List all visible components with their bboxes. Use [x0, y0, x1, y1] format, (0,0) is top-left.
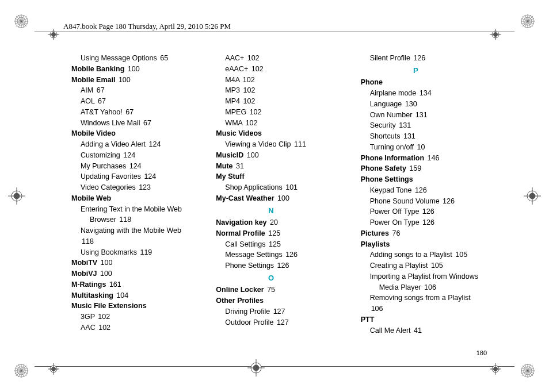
index-entry: Navigation key 20	[202, 217, 340, 228]
index-page-ref: 67	[97, 86, 105, 94]
index-entry: Updating Favorites 124	[58, 171, 195, 182]
index-entry: My Stuff	[202, 171, 340, 182]
index-entry: Using Bookmarks 119	[58, 247, 195, 258]
index-entry: Adding a Video Alert 124	[58, 139, 195, 150]
index-term: My Stuff	[216, 172, 244, 180]
index-term: Navigation key	[216, 218, 266, 226]
index-page-ref: 105	[455, 251, 467, 259]
index-page-ref: 67	[143, 119, 151, 127]
index-page-ref: 75	[267, 286, 275, 294]
index-entry: MP3 102	[202, 85, 340, 96]
index-entry: Phone Information 146	[347, 153, 485, 164]
index-term: Browser	[90, 216, 116, 224]
index-term: Importing a Playlist from Windows	[370, 272, 478, 280]
index-entry: Multitasking 104	[58, 290, 195, 301]
index-page-ref: 67	[98, 97, 106, 105]
index-entry: Media Player 106	[347, 282, 485, 293]
index-entry: Call Me Alert 41	[347, 325, 485, 336]
index-entry: Adding songs to a Playlist 105	[347, 249, 485, 260]
index-term: Creating a Playlist	[370, 262, 428, 270]
index-page-ref: 123	[139, 183, 151, 191]
index-entry: Mobile Video	[58, 128, 195, 139]
index-entry: Mute 31	[202, 161, 340, 172]
index-entry: Mobile Email 100	[58, 75, 195, 86]
index-page-ref: 119	[140, 248, 152, 256]
index-term: Using Bookmarks	[81, 248, 137, 256]
index-term: MobiTV	[71, 259, 97, 267]
index-term: Power Off Type	[370, 207, 420, 216]
index-entry: Video Categories 123	[58, 182, 195, 193]
index-page-ref: 31	[236, 162, 244, 170]
index-entry: Airplane mode 134	[347, 88, 485, 99]
index-entry: AAC 102	[58, 322, 195, 333]
index-term: Mobile Web	[71, 194, 111, 202]
index-entry: Phone Settings	[347, 174, 485, 185]
index-entry: Shop Applications 101	[202, 182, 340, 193]
index-entry: Windows Live Mail 67	[58, 118, 195, 129]
section-letter: O	[202, 271, 340, 285]
index-entry: AAC+ 102	[202, 53, 340, 64]
page-header: A847.book Page 180 Thursday, April 29, 2…	[63, 22, 231, 31]
index-page-ref: 131	[415, 111, 428, 119]
index-term: Multitasking	[71, 291, 113, 299]
index-term: Viewing a Video Clip	[225, 140, 291, 148]
index-page-ref: 20	[270, 218, 278, 226]
index-term: Using Message Options	[81, 54, 157, 62]
index-page-ref: 126	[422, 218, 434, 226]
index-page-ref: 124	[144, 172, 156, 180]
index-entry: Creating a Playlist 105	[347, 260, 485, 271]
index-term: Media Player	[379, 283, 421, 291]
index-page-ref: 102	[243, 76, 255, 84]
index-term: WMA	[225, 119, 242, 127]
index-entry: Language 130	[347, 99, 485, 110]
index-term: 3GP	[81, 313, 95, 321]
index-entry: 3GP 102	[58, 312, 195, 322]
index-entry: Music File Extensions	[58, 301, 195, 312]
crop-line-top	[35, 32, 514, 32]
index-page-ref: 104	[116, 291, 128, 299]
target-mark-icon	[487, 26, 504, 43]
index-page-ref: 127	[277, 318, 289, 326]
index-entry: WMA 102	[202, 118, 340, 129]
index-term: AOL	[81, 97, 95, 105]
index-page-ref: 101	[285, 183, 298, 191]
index-entry: Normal Profile 125	[202, 228, 340, 239]
index-entry: Pictures 76	[347, 228, 485, 239]
index-entry: Customizing 124	[58, 150, 195, 161]
index-page-ref: 102	[250, 108, 262, 116]
index-page-ref: 127	[273, 308, 285, 316]
index-term: Windows Live Mail	[81, 119, 140, 127]
section-letter: N	[202, 204, 340, 218]
index-entry: Own Number 131	[347, 110, 485, 121]
index-entry: Music Videos	[202, 128, 340, 139]
index-page-ref: 131	[399, 121, 411, 129]
index-column-3: Silent Profile 126PPhoneAirplane mode 13…	[347, 53, 491, 352]
index-term: Music File Extensions	[71, 302, 147, 310]
index-entry: Power On Type 126	[347, 217, 485, 228]
index-term: M-Ratings	[71, 280, 106, 289]
index-term: Phone Settings	[361, 175, 413, 183]
index-page-ref: 134	[420, 89, 432, 97]
index-term: Phone	[361, 78, 383, 86]
index-term: Online Locker	[216, 286, 264, 294]
index-entry: Outdoor Profile 127	[202, 317, 340, 328]
index-term: Keypad Tone	[370, 186, 412, 194]
index-term: Other Profiles	[216, 297, 264, 305]
index-entry: PTT	[347, 314, 485, 325]
index-term: Airplane mode	[370, 89, 417, 97]
index-term: Phone Information	[361, 154, 424, 162]
index-page-ref: 126	[415, 186, 427, 194]
index-term: Turning on/off	[370, 143, 414, 151]
index-page-ref: 125	[269, 240, 281, 248]
index-term: Removing songs from a Playlist	[370, 294, 471, 302]
page-number: 180	[476, 349, 487, 356]
index-page-ref: 126	[277, 262, 289, 270]
index-term: Adding songs to a Playlist	[370, 251, 452, 259]
index-entry: Using Message Options 65	[58, 53, 195, 64]
index-term: My-Cast Weather	[216, 194, 274, 202]
index-entry: Driving Profile 127	[202, 306, 340, 317]
index-page-ref: 102	[98, 313, 110, 321]
index-page-ref: 118	[82, 237, 94, 245]
index-entry: Other Profiles	[202, 295, 340, 306]
index-term: Adding a Video Alert	[81, 140, 146, 148]
